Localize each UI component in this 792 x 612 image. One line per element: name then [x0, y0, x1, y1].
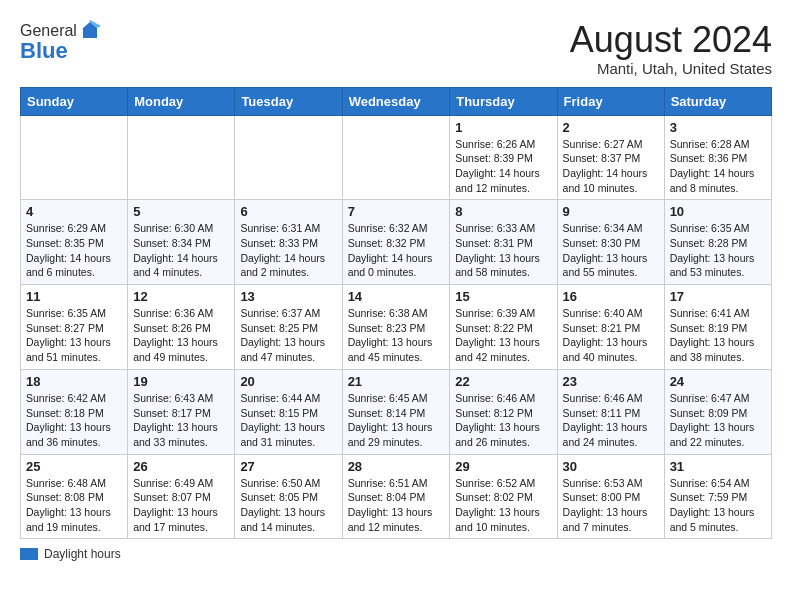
logo-blue: Blue [20, 38, 68, 64]
day-number: 19 [133, 374, 229, 389]
calendar-day-cell: 3Sunrise: 6:28 AMSunset: 8:36 PMDaylight… [664, 115, 771, 200]
day-number: 31 [670, 459, 766, 474]
day-number: 7 [348, 204, 445, 219]
calendar-day-cell: 15Sunrise: 6:39 AMSunset: 8:22 PMDayligh… [450, 285, 557, 370]
calendar-day-cell: 16Sunrise: 6:40 AMSunset: 8:21 PMDayligh… [557, 285, 664, 370]
day-number: 27 [240, 459, 336, 474]
day-info: Sunrise: 6:35 AMSunset: 8:27 PMDaylight:… [26, 306, 122, 365]
day-number: 11 [26, 289, 122, 304]
day-info: Sunrise: 6:33 AMSunset: 8:31 PMDaylight:… [455, 221, 551, 280]
day-info: Sunrise: 6:41 AMSunset: 8:19 PMDaylight:… [670, 306, 766, 365]
calendar-day-cell: 10Sunrise: 6:35 AMSunset: 8:28 PMDayligh… [664, 200, 771, 285]
day-number: 1 [455, 120, 551, 135]
calendar-day-cell: 26Sunrise: 6:49 AMSunset: 8:07 PMDayligh… [128, 454, 235, 539]
day-of-week-header: Friday [557, 87, 664, 115]
empty-cell [235, 115, 342, 200]
day-info: Sunrise: 6:38 AMSunset: 8:23 PMDaylight:… [348, 306, 445, 365]
calendar-day-cell: 20Sunrise: 6:44 AMSunset: 8:15 PMDayligh… [235, 369, 342, 454]
day-info: Sunrise: 6:34 AMSunset: 8:30 PMDaylight:… [563, 221, 659, 280]
calendar-day-cell: 17Sunrise: 6:41 AMSunset: 8:19 PMDayligh… [664, 285, 771, 370]
location: Manti, Utah, United States [570, 60, 772, 77]
day-number: 9 [563, 204, 659, 219]
day-info: Sunrise: 6:54 AMSunset: 7:59 PMDaylight:… [670, 476, 766, 535]
day-of-week-header: Monday [128, 87, 235, 115]
day-number: 14 [348, 289, 445, 304]
day-info: Sunrise: 6:53 AMSunset: 8:00 PMDaylight:… [563, 476, 659, 535]
legend: Daylight hours [20, 547, 772, 561]
month-year: August 2024 [570, 20, 772, 60]
page-header: General Blue August 2024 Manti, Utah, Un… [20, 20, 772, 77]
day-of-week-header: Sunday [21, 87, 128, 115]
calendar-day-cell: 4Sunrise: 6:29 AMSunset: 8:35 PMDaylight… [21, 200, 128, 285]
calendar-day-cell: 29Sunrise: 6:52 AMSunset: 8:02 PMDayligh… [450, 454, 557, 539]
legend-label: Daylight hours [44, 547, 121, 561]
day-number: 25 [26, 459, 122, 474]
calendar-day-cell: 18Sunrise: 6:42 AMSunset: 8:18 PMDayligh… [21, 369, 128, 454]
day-number: 18 [26, 374, 122, 389]
day-info: Sunrise: 6:43 AMSunset: 8:17 PMDaylight:… [133, 391, 229, 450]
calendar-day-cell: 28Sunrise: 6:51 AMSunset: 8:04 PMDayligh… [342, 454, 450, 539]
day-number: 23 [563, 374, 659, 389]
empty-cell [21, 115, 128, 200]
calendar: SundayMondayTuesdayWednesdayThursdayFrid… [20, 87, 772, 540]
day-number: 2 [563, 120, 659, 135]
day-info: Sunrise: 6:35 AMSunset: 8:28 PMDaylight:… [670, 221, 766, 280]
day-number: 30 [563, 459, 659, 474]
calendar-day-cell: 25Sunrise: 6:48 AMSunset: 8:08 PMDayligh… [21, 454, 128, 539]
legend-color-box [20, 548, 38, 560]
calendar-day-cell: 12Sunrise: 6:36 AMSunset: 8:26 PMDayligh… [128, 285, 235, 370]
day-info: Sunrise: 6:49 AMSunset: 8:07 PMDaylight:… [133, 476, 229, 535]
day-number: 20 [240, 374, 336, 389]
day-of-week-header: Saturday [664, 87, 771, 115]
day-number: 6 [240, 204, 336, 219]
day-info: Sunrise: 6:40 AMSunset: 8:21 PMDaylight:… [563, 306, 659, 365]
day-number: 24 [670, 374, 766, 389]
day-info: Sunrise: 6:26 AMSunset: 8:39 PMDaylight:… [455, 137, 551, 196]
calendar-day-cell: 31Sunrise: 6:54 AMSunset: 7:59 PMDayligh… [664, 454, 771, 539]
calendar-day-cell: 6Sunrise: 6:31 AMSunset: 8:33 PMDaylight… [235, 200, 342, 285]
day-info: Sunrise: 6:37 AMSunset: 8:25 PMDaylight:… [240, 306, 336, 365]
calendar-day-cell: 23Sunrise: 6:46 AMSunset: 8:11 PMDayligh… [557, 369, 664, 454]
day-number: 12 [133, 289, 229, 304]
day-number: 17 [670, 289, 766, 304]
logo: General Blue [20, 20, 101, 64]
calendar-day-cell: 1Sunrise: 6:26 AMSunset: 8:39 PMDaylight… [450, 115, 557, 200]
calendar-day-cell: 22Sunrise: 6:46 AMSunset: 8:12 PMDayligh… [450, 369, 557, 454]
day-number: 4 [26, 204, 122, 219]
day-info: Sunrise: 6:30 AMSunset: 8:34 PMDaylight:… [133, 221, 229, 280]
day-info: Sunrise: 6:36 AMSunset: 8:26 PMDaylight:… [133, 306, 229, 365]
day-of-week-header: Wednesday [342, 87, 450, 115]
day-info: Sunrise: 6:45 AMSunset: 8:14 PMDaylight:… [348, 391, 445, 450]
calendar-day-cell: 13Sunrise: 6:37 AMSunset: 8:25 PMDayligh… [235, 285, 342, 370]
day-number: 3 [670, 120, 766, 135]
day-number: 26 [133, 459, 229, 474]
calendar-day-cell: 24Sunrise: 6:47 AMSunset: 8:09 PMDayligh… [664, 369, 771, 454]
day-of-week-header: Thursday [450, 87, 557, 115]
day-info: Sunrise: 6:28 AMSunset: 8:36 PMDaylight:… [670, 137, 766, 196]
day-number: 29 [455, 459, 551, 474]
day-info: Sunrise: 6:31 AMSunset: 8:33 PMDaylight:… [240, 221, 336, 280]
day-info: Sunrise: 6:44 AMSunset: 8:15 PMDaylight:… [240, 391, 336, 450]
day-info: Sunrise: 6:46 AMSunset: 8:12 PMDaylight:… [455, 391, 551, 450]
calendar-day-cell: 21Sunrise: 6:45 AMSunset: 8:14 PMDayligh… [342, 369, 450, 454]
calendar-day-cell: 30Sunrise: 6:53 AMSunset: 8:00 PMDayligh… [557, 454, 664, 539]
day-info: Sunrise: 6:27 AMSunset: 8:37 PMDaylight:… [563, 137, 659, 196]
day-info: Sunrise: 6:42 AMSunset: 8:18 PMDaylight:… [26, 391, 122, 450]
day-of-week-header: Tuesday [235, 87, 342, 115]
calendar-day-cell: 27Sunrise: 6:50 AMSunset: 8:05 PMDayligh… [235, 454, 342, 539]
day-number: 15 [455, 289, 551, 304]
day-info: Sunrise: 6:32 AMSunset: 8:32 PMDaylight:… [348, 221, 445, 280]
day-number: 16 [563, 289, 659, 304]
day-info: Sunrise: 6:50 AMSunset: 8:05 PMDaylight:… [240, 476, 336, 535]
day-info: Sunrise: 6:29 AMSunset: 8:35 PMDaylight:… [26, 221, 122, 280]
calendar-day-cell: 19Sunrise: 6:43 AMSunset: 8:17 PMDayligh… [128, 369, 235, 454]
calendar-day-cell: 9Sunrise: 6:34 AMSunset: 8:30 PMDaylight… [557, 200, 664, 285]
title-block: August 2024 Manti, Utah, United States [570, 20, 772, 77]
day-info: Sunrise: 6:51 AMSunset: 8:04 PMDaylight:… [348, 476, 445, 535]
calendar-day-cell: 8Sunrise: 6:33 AMSunset: 8:31 PMDaylight… [450, 200, 557, 285]
day-number: 5 [133, 204, 229, 219]
day-number: 10 [670, 204, 766, 219]
calendar-day-cell: 11Sunrise: 6:35 AMSunset: 8:27 PMDayligh… [21, 285, 128, 370]
day-info: Sunrise: 6:52 AMSunset: 8:02 PMDaylight:… [455, 476, 551, 535]
day-info: Sunrise: 6:47 AMSunset: 8:09 PMDaylight:… [670, 391, 766, 450]
